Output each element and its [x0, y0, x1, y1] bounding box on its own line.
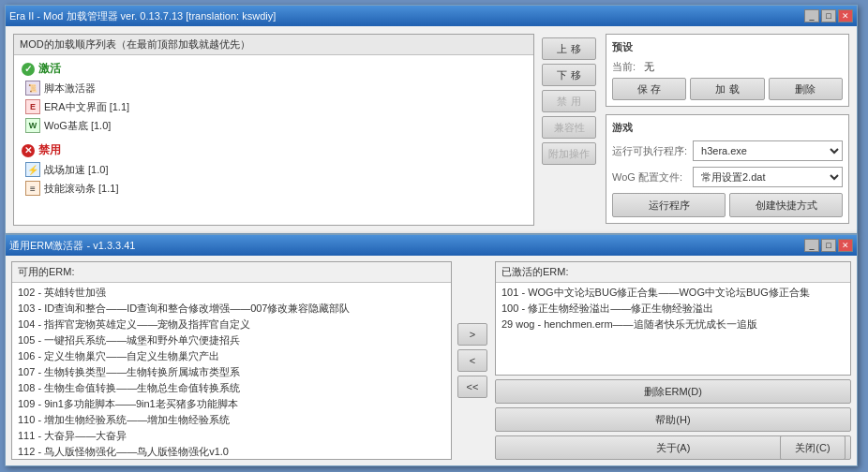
mod-list-header: MOD的加载顺序列表（在最前顶部加载就越优先） — [14, 35, 533, 55]
erm-close-bottom-button[interactable]: 关闭(C) — [780, 435, 846, 460]
disabled-section-text: 禁用 — [38, 142, 61, 158]
erm-available-item-2[interactable]: 104 - 指挥官宠物英雄定义——宠物及指挥官自定义 — [14, 317, 449, 332]
right-panel: 预设 当前: 无 保 存 加 载 删除 游戏 运行可执行程序: h3era.ex… — [606, 34, 849, 226]
erm-bottom-bar: 关闭(C) — [780, 435, 846, 460]
mod-item-speed[interactable]: ⚡ 战场加速 [1.0] — [18, 160, 530, 179]
preset-delete-button[interactable]: 删除 — [769, 78, 843, 100]
create-shortcut-button[interactable]: 创建快捷方式 — [729, 193, 843, 217]
maximize-button[interactable]: □ — [821, 9, 836, 22]
mod-item-label: ERA中文界面 [1.1] — [44, 100, 129, 114]
erm-available-item-1[interactable]: 103 - ID查询和整合——ID查询和整合修改增强——007修改兼容隐藏部队 — [14, 301, 449, 317]
skill-icon: ≡ — [25, 181, 40, 196]
preset-buttons: 保 存 加 载 删除 — [612, 78, 843, 100]
active-section-label: ✓ 激活 — [18, 59, 530, 79]
preset-current-label: 当前: — [612, 60, 638, 74]
erm-active-item-0[interactable]: 101 - WOG中文论坛BUG修正合集——WOG中文论坛BUG修正合集 — [498, 285, 848, 301]
mod-item-skill[interactable]: ≡ 技能滚动条 [1.1] — [18, 179, 530, 198]
erm-window-title: 通用ERM激活器 - v1.3.3.41 — [9, 239, 804, 253]
erm-available-item-7[interactable]: 109 - 9in1多功能脚本——9in1老买猪多功能脚本 — [14, 396, 449, 412]
erm-available-item-4[interactable]: 106 - 定义生物巢穴——自定义生物巢穴产出 — [14, 348, 449, 364]
mod-list-panel: MOD的加载顺序列表（在最前顶部加载就越优先） ✓ 激活 📜 脚本激活器 E E… — [13, 34, 534, 226]
era-icon: E — [25, 99, 40, 114]
erm-close-button[interactable]: ✕ — [838, 239, 853, 252]
mod-item-label: 脚本激活器 — [44, 81, 96, 96]
erm-active-item-2[interactable]: 29 wog - henchmen.erm——追随者快乐无忧成长一追版 — [498, 317, 848, 332]
main-window-controls: _ □ ✕ — [804, 9, 853, 22]
active-section-text: 激活 — [38, 61, 61, 77]
erm-window-controls: _ □ ✕ — [804, 239, 853, 252]
extra-button[interactable]: 附加操作 — [542, 142, 596, 165]
preset-current-row: 当前: 无 — [612, 60, 843, 74]
game-config-row: WoG 配置文件: 常用设置2.dat — [612, 167, 843, 187]
main-window: Era II - Mod 加载管理器 ver. 0.13.7.13 [trans… — [5, 5, 858, 234]
erm-add-button[interactable]: > — [457, 323, 487, 346]
erm-available-item-5[interactable]: 107 - 生物转换类型——生物转换所属城市类型系 — [14, 364, 449, 380]
compat-button[interactable]: 兼容性 — [542, 116, 596, 139]
wog-icon: W — [25, 118, 40, 133]
move-down-button[interactable]: 下 移 — [542, 64, 596, 86]
mod-list: ✓ 激活 📜 脚本激活器 E ERA中文界面 [1.1] W WoG基底 [1.… — [14, 55, 533, 225]
erm-active-list[interactable]: 101 - WOG中文论坛BUG修正合集——WOG中文论坛BUG修正合集 100… — [496, 283, 850, 375]
erm-active-header: 已激活的ERM: — [496, 262, 850, 283]
erm-right-panel: 已激活的ERM: 101 - WOG中文论坛BUG修正合集——WOG中文论坛BU… — [495, 261, 851, 460]
script-icon: 📜 — [25, 81, 40, 96]
erm-available-item-6[interactable]: 108 - 生物生命值转换——生物总生命值转换系统 — [14, 380, 449, 396]
active-icon: ✓ — [22, 63, 35, 76]
game-title: 游戏 — [612, 121, 843, 135]
preset-load-button[interactable]: 加 载 — [690, 78, 764, 100]
mod-item-script[interactable]: 📜 脚本激活器 — [18, 79, 530, 97]
disabled-section-label: ✕ 禁用 — [18, 140, 530, 160]
game-exe-select[interactable]: h3era.exe — [693, 140, 843, 161]
speed-icon: ⚡ — [25, 162, 40, 177]
mod-item-wog[interactable]: W WoG基底 [1.0] — [18, 116, 530, 135]
game-buttons: 运行程序 创建快捷方式 — [612, 193, 843, 217]
erm-help-button[interactable]: 帮助(H) — [495, 407, 851, 432]
preset-current-value: 无 — [644, 60, 654, 74]
run-game-button[interactable]: 运行程序 — [612, 193, 726, 217]
erm-active-panel: 已激活的ERM: 101 - WOG中文论坛BUG修正合集——WOG中文论坛BU… — [495, 261, 851, 376]
erm-minimize-button[interactable]: _ — [804, 239, 819, 252]
erm-available-item-3[interactable]: 105 - 一键招兵系统——城堡和野外单穴便捷招兵 — [14, 332, 449, 348]
game-config-label: WoG 配置文件: — [612, 170, 687, 184]
erm-available-list[interactable]: 102 - 英雄转世加强 103 - ID查询和整合——ID查询和整合修改增强—… — [12, 283, 451, 459]
erm-available-item-8[interactable]: 110 - 增加生物经验系统——增加生物经验系统 — [14, 412, 449, 428]
erm-active-item-1[interactable]: 100 - 修正生物经验溢出——修正生物经验溢出 — [498, 301, 848, 317]
erm-transfer-buttons: > < << — [457, 261, 489, 460]
main-title-bar: Era II - Mod 加载管理器 ver. 0.13.7.13 [trans… — [6, 6, 857, 26]
disabled-icon: ✕ — [22, 144, 35, 157]
erm-title-bar: 通用ERM激活器 - v1.3.3.41 _ □ ✕ — [6, 235, 857, 256]
mod-item-label: WoG基底 [1.0] — [44, 119, 111, 133]
mod-item-label: 战场加速 [1.0] — [44, 163, 108, 177]
erm-remove-button[interactable]: < — [457, 349, 487, 372]
minimize-button[interactable]: _ — [804, 9, 819, 22]
preset-save-button[interactable]: 保 存 — [612, 78, 686, 100]
game-section: 游戏 运行可执行程序: h3era.exe WoG 配置文件: 常用设置2.da… — [606, 114, 849, 224]
erm-remove-all-button[interactable]: << — [457, 376, 487, 398]
erm-available-header: 可用的ERM: — [12, 262, 451, 283]
disable-button[interactable]: 禁 用 — [542, 90, 596, 112]
erm-window: 通用ERM激活器 - v1.3.3.41 _ □ ✕ 可用的ERM: 102 -… — [5, 234, 858, 466]
mod-item-label: 技能滚动条 [1.1] — [44, 182, 118, 196]
mod-control-buttons: 上 移 下 移 禁 用 兼容性 附加操作 — [542, 34, 598, 226]
preset-title: 预设 — [612, 40, 843, 54]
game-config-select[interactable]: 常用设置2.dat — [693, 167, 843, 187]
erm-delete-button[interactable]: 删除ERM(D) — [495, 379, 851, 404]
move-up-button[interactable]: 上 移 — [542, 37, 596, 60]
erm-content: 可用的ERM: 102 - 英雄转世加强 103 - ID查询和整合——ID查询… — [6, 256, 857, 465]
erm-available-item-0[interactable]: 102 - 英雄转世加强 — [14, 285, 449, 301]
erm-available-item-10[interactable]: 112 - 鸟人版怪物强化——鸟人版怪物强化v1.0 — [14, 444, 449, 459]
main-close-button[interactable]: ✕ — [838, 9, 853, 22]
main-window-title: Era II - Mod 加载管理器 ver. 0.13.7.13 [trans… — [9, 9, 804, 23]
preset-section: 预设 当前: 无 保 存 加 载 删除 — [606, 34, 849, 107]
erm-maximize-button[interactable]: □ — [821, 239, 836, 252]
erm-available-panel: 可用的ERM: 102 - 英雄转世加强 103 - ID查询和整合——ID查询… — [11, 261, 452, 460]
game-exe-label: 运行可执行程序: — [612, 144, 687, 158]
mod-item-era[interactable]: E ERA中文界面 [1.1] — [18, 97, 530, 116]
main-content: MOD的加载顺序列表（在最前顶部加载就越优先） ✓ 激活 📜 脚本激活器 E E… — [6, 26, 857, 233]
erm-available-item-9[interactable]: 111 - 大奋异——大奋异 — [14, 428, 449, 444]
game-exe-row: 运行可执行程序: h3era.exe — [612, 140, 843, 161]
